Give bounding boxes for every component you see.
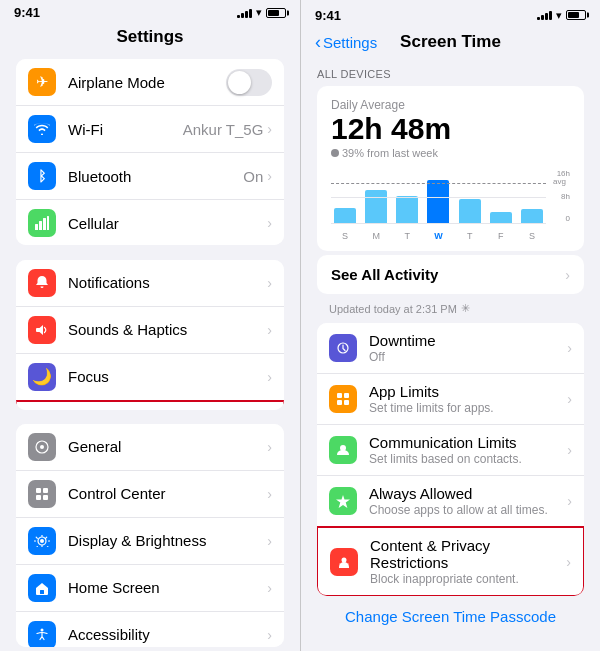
wifi-status-icon: ▾ xyxy=(256,6,262,19)
see-all-activity-row[interactable]: See All Activity › xyxy=(317,255,584,294)
sig-bar-r3 xyxy=(545,13,548,20)
screen-time-row[interactable]: Screen Time › xyxy=(16,400,284,410)
notifications-right: › xyxy=(267,275,272,291)
content-privacy-right: › xyxy=(566,554,571,570)
accessibility-label: Accessibility xyxy=(68,626,267,643)
svg-rect-0 xyxy=(35,224,38,230)
status-bar-left: 9:41 ▾ xyxy=(0,0,300,23)
home-screen-right: › xyxy=(267,580,272,596)
general-icon xyxy=(28,433,56,461)
bar-group-f xyxy=(487,169,515,223)
battery-fill-left xyxy=(268,10,279,16)
content-privacy-sublabel: Block inappropriate content. xyxy=(370,572,566,586)
bluetooth-content: Bluetooth xyxy=(68,168,243,185)
home-screen-row[interactable]: Home Screen › xyxy=(16,565,284,612)
svg-rect-3 xyxy=(47,216,49,230)
connectivity-section: ✈ Airplane Mode Wi-Fi xyxy=(16,59,284,245)
right-panel: 9:41 ▾ ‹ Settings Screen Time ALL DEVICE… xyxy=(300,0,600,651)
y-label-0: 0 xyxy=(566,214,570,223)
left-nav-header: Settings xyxy=(0,23,300,55)
sig-bar-r2 xyxy=(541,15,544,20)
bluetooth-row[interactable]: ᛒ Bluetooth On › xyxy=(16,153,284,200)
control-center-chevron: › xyxy=(267,486,272,502)
bar-w-wrap xyxy=(424,169,452,223)
svg-rect-20 xyxy=(337,400,342,405)
wifi-row[interactable]: Wi-Fi Ankur T_5G › xyxy=(16,106,284,153)
display-label: Display & Brightness xyxy=(68,532,267,549)
sounds-content: Sounds & Haptics xyxy=(68,321,267,338)
day-label-w: W xyxy=(424,225,452,243)
sounds-label: Sounds & Haptics xyxy=(68,321,267,338)
display-content: Display & Brightness xyxy=(68,532,267,549)
change-passcode-label: Change Screen Time Passcode xyxy=(345,608,556,625)
app-limits-row[interactable]: App Limits Set time limits for apps. › xyxy=(317,374,584,425)
content-privacy-label: Content & Privacy Restrictions xyxy=(370,537,566,571)
downtime-row[interactable]: Downtime Off › xyxy=(317,323,584,374)
svg-rect-11 xyxy=(43,495,48,500)
bar-group-w xyxy=(424,169,452,223)
app-limits-sublabel: Set time limits for apps. xyxy=(369,401,567,415)
downtime-icon xyxy=(329,334,357,362)
control-center-row[interactable]: Control Center › xyxy=(16,471,284,518)
downtime-sublabel: Off xyxy=(369,350,567,364)
display-row[interactable]: Display & Brightness › xyxy=(16,518,284,565)
updated-text: Updated today at 2:31 PM xyxy=(329,303,457,315)
bar-m xyxy=(365,190,387,223)
general-row[interactable]: General › xyxy=(16,424,284,471)
status-time-right: 9:41 xyxy=(315,8,341,23)
y-label-8h: 8h xyxy=(561,192,570,201)
sounds-icon xyxy=(28,316,56,344)
day-label-t2: T xyxy=(456,225,484,243)
toggle-thumb xyxy=(228,71,251,94)
comm-limits-row[interactable]: Communication Limits Set limits based on… xyxy=(317,425,584,476)
wifi-status-icon-right: ▾ xyxy=(556,9,562,22)
always-allowed-right: › xyxy=(567,493,572,509)
bluetooth-value: On xyxy=(243,168,263,185)
accessibility-row[interactable]: Accessibility › xyxy=(16,612,284,647)
app-limits-label: App Limits xyxy=(369,383,567,400)
always-allowed-label: Always Allowed xyxy=(369,485,567,502)
control-center-content: Control Center xyxy=(68,485,267,502)
daily-average-card: Daily Average 12h 48m 39% from last week… xyxy=(317,86,584,251)
wifi-label: Wi-Fi xyxy=(68,121,183,138)
app-limits-icon xyxy=(329,385,357,413)
change-passcode-row[interactable]: Change Screen Time Passcode xyxy=(301,600,600,633)
content-privacy-row[interactable]: Content & Privacy Restrictions Block ina… xyxy=(317,526,584,596)
airplane-mode-icon: ✈ xyxy=(28,68,56,96)
control-center-icon xyxy=(28,480,56,508)
always-allowed-icon xyxy=(329,487,357,515)
battery-icon-left xyxy=(266,8,286,18)
screentime-scroll[interactable]: ALL DEVICES Daily Average 12h 48m 39% fr… xyxy=(301,60,600,651)
notifications-row[interactable]: Notifications › xyxy=(16,260,284,307)
daily-average-time: 12h 48m xyxy=(331,112,570,145)
comm-limits-chevron: › xyxy=(567,442,572,458)
notifications-label: Notifications xyxy=(68,274,267,291)
change-text: 39% from last week xyxy=(342,147,438,159)
accessibility-right: › xyxy=(267,627,272,643)
airplane-mode-toggle[interactable] xyxy=(226,69,272,96)
focus-row[interactable]: 🌙 Focus › xyxy=(16,354,284,401)
focus-icon: 🌙 xyxy=(28,363,56,391)
downtime-chevron: › xyxy=(567,340,572,356)
always-allowed-row[interactable]: Always Allowed Choose apps to allow at a… xyxy=(317,476,584,527)
avg-line: avg xyxy=(331,183,546,184)
status-bar-right: 9:41 ▾ xyxy=(301,0,600,28)
airplane-mode-row[interactable]: ✈ Airplane Mode xyxy=(16,59,284,106)
status-icons-right: ▾ xyxy=(537,9,586,22)
bar-s1-wrap xyxy=(331,169,359,223)
spacer-1 xyxy=(0,249,300,255)
see-all-label: See All Activity xyxy=(331,266,438,283)
wifi-content: Wi-Fi xyxy=(68,121,183,138)
bar-group-s2 xyxy=(518,169,546,223)
sounds-row[interactable]: Sounds & Haptics › xyxy=(16,307,284,354)
wifi-value: Ankur T_5G xyxy=(183,121,264,138)
back-button[interactable]: ‹ Settings xyxy=(315,33,377,51)
svg-rect-19 xyxy=(344,393,349,398)
general-chevron: › xyxy=(267,439,272,455)
wifi-right: Ankur T_5G › xyxy=(183,121,272,138)
updated-label: Updated today at 2:31 PM ✳︎ xyxy=(301,298,600,319)
system-section: Notifications › Sounds & Haptics › 🌙 xyxy=(16,260,284,410)
cellular-row[interactable]: Cellular › xyxy=(16,200,284,245)
content-privacy-content: Content & Privacy Restrictions Block ina… xyxy=(370,537,566,586)
bars-container xyxy=(331,169,546,223)
